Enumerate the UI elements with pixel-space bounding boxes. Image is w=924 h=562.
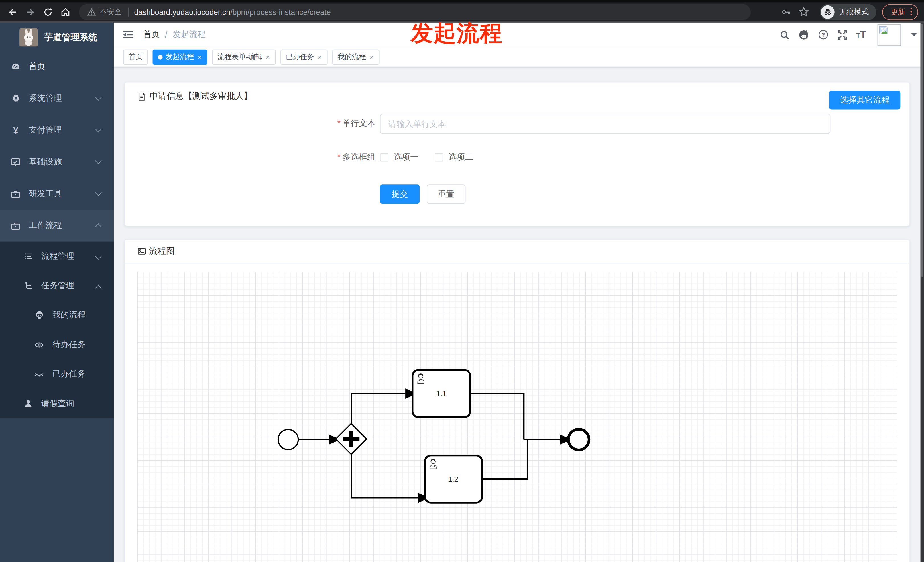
security-label[interactable]: 不安全	[99, 7, 122, 17]
sidebar-item-home[interactable]: 首页	[0, 51, 114, 82]
tab-label: 首页	[129, 52, 143, 62]
breadcrumb-current: 发起流程	[173, 29, 206, 40]
sidebar-item-process-management[interactable]: 流程管理	[0, 242, 114, 271]
main-area: 首页 / 发起流程	[114, 22, 924, 562]
single-line-text-input[interactable]	[380, 114, 831, 134]
help-button[interactable]: ?	[818, 29, 828, 40]
star-icon	[799, 6, 809, 17]
breadcrumb-home[interactable]: 首页	[143, 29, 160, 40]
sidebar-item-done-tasks[interactable]: 已办任务	[0, 360, 114, 389]
tab-my-process[interactable]: 我的流程 ×	[332, 49, 380, 65]
reset-button[interactable]: 重置	[427, 184, 465, 204]
app-window: 芋道管理系统 首页	[0, 22, 924, 562]
back-icon	[8, 7, 17, 17]
reload-button[interactable]	[40, 4, 56, 19]
sidebar-item-infrastructure[interactable]: 基础设施	[0, 146, 114, 178]
update-button[interactable]: 更新	[882, 4, 918, 19]
process-diagram-header: 流程图	[125, 240, 909, 264]
required-asterisk: *	[338, 152, 340, 161]
forward-icon	[25, 7, 35, 17]
apply-info-header: 申请信息【测试多审批人】	[125, 82, 909, 102]
font-size-icon[interactable]: TT	[856, 29, 866, 40]
forward-button[interactable]	[22, 4, 38, 19]
checkbox-option-1[interactable]: 选项一	[380, 152, 418, 162]
sidebar-item-label: 任务管理	[41, 280, 74, 291]
sidebar-item-label: 我的流程	[52, 310, 86, 321]
sidebar-item-label: 请假查询	[41, 399, 74, 409]
select-other-process-button[interactable]: 选择其它流程	[829, 91, 900, 109]
user-task-1-2: 1.2	[425, 456, 482, 502]
avatar[interactable]	[878, 24, 901, 46]
url-divider	[128, 7, 128, 16]
chevron-down-icon	[95, 157, 102, 164]
tab-done-tasks[interactable]: 已办任务 ×	[280, 49, 327, 65]
sidebar-item-todo-tasks[interactable]: 待办任务	[0, 330, 114, 360]
back-button[interactable]	[5, 4, 20, 19]
caret-down-icon[interactable]	[911, 33, 917, 36]
sidebar-collapse-button[interactable]	[123, 29, 134, 40]
chevron-down-icon	[95, 253, 102, 259]
checkbox-option-2[interactable]: 选项二	[435, 152, 473, 162]
sidebar-item-label: 研发工具	[29, 189, 62, 199]
briefcase-icon	[10, 220, 21, 231]
tree-list-icon	[23, 252, 33, 261]
chevron-down-icon	[95, 189, 102, 196]
tab-form-edit[interactable]: 流程表单-编辑 ×	[212, 49, 276, 65]
user-icon	[23, 399, 33, 408]
checkbox-icon[interactable]	[380, 153, 388, 162]
share-node-icon	[23, 281, 33, 291]
field-label: *多选框组	[125, 152, 380, 162]
bookmark-star-button[interactable]	[796, 4, 812, 19]
tab-label: 发起流程	[166, 52, 194, 62]
checkbox-label: 选项二	[448, 152, 473, 162]
close-icon[interactable]: ×	[369, 53, 374, 60]
url-bar[interactable]: 不安全 dashboard.yudao.iocoder.cn/bpm/proce…	[79, 4, 751, 19]
password-key-button[interactable]	[778, 4, 794, 19]
page-content: 申请信息【测试多审批人】 选择其它流程 *单行文本 *多选框组 选项一	[114, 67, 921, 562]
sidebar-item-leave-query[interactable]: 请假查询	[0, 389, 114, 418]
sidebar-item-payment[interactable]: ¥ 支付管理	[0, 114, 114, 146]
url-domain: dashboard.yudao.iocoder.cn	[134, 7, 230, 16]
submit-button[interactable]: 提交	[380, 184, 420, 204]
eye-closed-icon	[34, 369, 44, 379]
close-icon[interactable]: ×	[197, 53, 202, 60]
sidebar-item-label: 工作流程	[29, 220, 62, 231]
text-field-row: *单行文本	[125, 114, 909, 134]
hamburger-icon	[123, 29, 134, 40]
bpmn-canvas[interactable]: 1.1 1.2	[137, 271, 897, 562]
sidebar-item-label: 待办任务	[52, 339, 86, 350]
search-icon	[780, 30, 789, 40]
breadcrumb-separator: /	[165, 30, 167, 39]
eye-open-icon	[34, 340, 44, 350]
sidebar-item-label: 基础设施	[29, 157, 62, 167]
tab-label: 已办任务	[286, 52, 314, 62]
apply-info-title: 申请信息【测试多审批人】	[150, 91, 252, 102]
form-actions-row: 提交 重置	[125, 184, 909, 204]
sidebar-item-system[interactable]: 系统管理	[0, 82, 114, 114]
checkbox-icon[interactable]	[435, 153, 443, 162]
search-button[interactable]	[780, 30, 789, 40]
sidebar-item-label: 已办任务	[52, 369, 86, 379]
sidebar-item-devtools[interactable]: 研发工具	[0, 178, 114, 210]
github-button[interactable]	[798, 29, 809, 40]
sidebar-item-workflow[interactable]: 工作流程	[0, 210, 114, 242]
scrollbar-thumb[interactable]	[921, 24, 923, 277]
incognito-badge: 无痕模式	[820, 4, 876, 19]
sidebar-item-label: 支付管理	[29, 125, 62, 135]
home-button[interactable]	[58, 4, 73, 19]
fullscreen-button[interactable]	[837, 30, 848, 40]
logo-row[interactable]: 芋道管理系统	[0, 24, 114, 50]
page-scrollbar[interactable]	[921, 22, 924, 562]
checkbox-field-row: *多选框组 选项一 选项二	[125, 151, 909, 163]
close-icon[interactable]: ×	[317, 53, 322, 60]
checkbox-label: 选项一	[394, 152, 418, 162]
sidebar-item-my-process[interactable]: 我的流程	[0, 300, 114, 330]
close-icon[interactable]: ×	[265, 53, 270, 60]
sidebar-item-task-management[interactable]: 任务管理	[0, 271, 114, 300]
sidebar-menu: 首页 系统管理 ¥ 支付管理	[0, 51, 114, 418]
tab-home[interactable]: 首页	[123, 49, 148, 65]
checkbox-group: 选项一 选项二	[380, 152, 473, 162]
tab-start-process[interactable]: 发起流程 ×	[153, 49, 207, 65]
chrome-menu-icon[interactable]	[910, 8, 912, 15]
url-path: /bpm/process-instance/create	[230, 7, 331, 16]
